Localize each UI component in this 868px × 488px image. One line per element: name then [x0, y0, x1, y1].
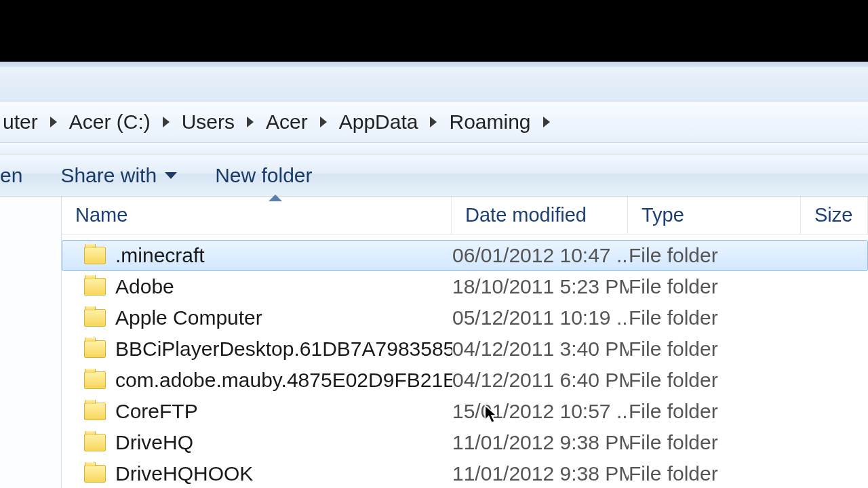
cell-type: File folder [629, 462, 802, 485]
cell-date-modified: 11/01/2012 9:38 PM [452, 462, 629, 485]
file-list-view[interactable]: Name Date modified Type Size .minecraft0… [62, 197, 868, 488]
column-header-name[interactable]: Name [62, 197, 452, 234]
folder-icon [84, 465, 106, 483]
cell-name: com.adobe.mauby.4875E02D9FB21EE389... [84, 369, 452, 392]
folder-icon [84, 278, 106, 296]
cell-date-modified: 04/12/2011 3:40 PM [452, 338, 629, 361]
folder-icon [84, 309, 106, 327]
sort-ascending-icon [269, 195, 282, 201]
breadcrumb-segment-partial[interactable]: uter [0, 110, 41, 134]
toolbar-label: en [0, 164, 22, 187]
file-name: BBCiPlayerDesktop.61DB7A798358575D6... [115, 338, 452, 361]
cell-type: File folder [629, 400, 802, 423]
cell-name: BBCiPlayerDesktop.61DB7A798358575D6... [84, 338, 452, 361]
file-name: .minecraft [115, 244, 205, 267]
cell-name: Apple Computer [84, 306, 452, 329]
address-bar-underline [0, 143, 868, 155]
cell-date-modified: 15/01/2012 10:57 ... [452, 400, 629, 423]
table-row[interactable]: Adobe18/10/2011 5:23 PMFile folder [62, 271, 868, 302]
breadcrumb-segment[interactable]: Users [179, 110, 237, 134]
table-row[interactable]: DriveHQ11/01/2012 9:38 PMFile folder [62, 427, 868, 458]
cell-date-modified: 05/12/2011 10:19 ... [452, 306, 629, 329]
breadcrumb-segment[interactable]: Acer (C:) [66, 110, 153, 134]
cell-date-modified: 06/01/2012 10:47 ... [452, 244, 629, 267]
toolbar: en Share with New folder [0, 155, 868, 197]
toolbar-label: Share with [60, 164, 157, 187]
chevron-right-icon[interactable] [543, 117, 550, 127]
column-headers: Name Date modified Type Size [62, 197, 868, 235]
chevron-right-icon[interactable] [320, 117, 327, 127]
file-name: com.adobe.mauby.4875E02D9FB21EE389... [115, 369, 452, 392]
table-row[interactable]: DriveHQHOOK11/01/2012 9:38 PMFile folder [62, 458, 868, 488]
address-bar[interactable]: uter Acer (C:) Users Acer AppData Roamin… [0, 101, 868, 143]
chevron-right-icon[interactable] [247, 117, 254, 127]
cell-name: DriveHQ [84, 431, 452, 454]
new-folder-button[interactable]: New folder [196, 164, 331, 187]
column-header-type[interactable]: Type [628, 197, 801, 234]
window-titlebar [0, 67, 868, 101]
toolbar-item-open-partial[interactable]: en [0, 164, 41, 187]
file-name: DriveHQ [115, 431, 193, 454]
toolbar-label: New folder [215, 164, 312, 187]
file-name: Apple Computer [115, 306, 262, 329]
breadcrumb-segment[interactable]: AppData [336, 110, 421, 134]
breadcrumb-segment[interactable]: Roaming [446, 110, 533, 134]
cell-name: CoreFTP [84, 400, 452, 423]
table-row[interactable]: .minecraft06/01/2012 10:47 ...File folde… [62, 240, 868, 271]
cell-name: .minecraft [84, 244, 452, 267]
cell-name: DriveHQHOOK [84, 462, 452, 485]
folder-icon [84, 371, 106, 389]
cell-type: File folder [629, 369, 802, 392]
chevron-down-icon [165, 172, 177, 179]
file-name: DriveHQHOOK [115, 462, 253, 485]
cell-date-modified: 11/01/2012 9:38 PM [452, 431, 629, 454]
cell-date-modified: 18/10/2011 5:23 PM [452, 275, 629, 298]
navigation-pane[interactable] [0, 197, 62, 488]
content-area: Name Date modified Type Size .minecraft0… [0, 197, 868, 488]
table-row[interactable]: com.adobe.mauby.4875E02D9FB21EE389...04/… [62, 365, 868, 396]
folder-icon [84, 434, 106, 451]
chevron-right-icon[interactable] [163, 117, 170, 127]
folder-icon [84, 340, 106, 358]
table-row[interactable]: CoreFTP15/01/2012 10:57 ...File folder [62, 396, 868, 427]
cell-type: File folder [629, 244, 802, 267]
chevron-right-icon[interactable] [430, 117, 437, 127]
folder-icon [84, 403, 106, 420]
cell-type: File folder [629, 431, 802, 454]
rows-container: .minecraft06/01/2012 10:47 ...File folde… [62, 235, 868, 488]
chevron-right-icon[interactable] [50, 117, 57, 127]
column-header-date-modified[interactable]: Date modified [452, 197, 628, 234]
table-row[interactable]: Apple Computer05/12/2011 10:19 ...File f… [62, 302, 868, 333]
breadcrumb[interactable]: uter Acer (C:) Users Acer AppData Roamin… [0, 110, 559, 134]
file-name: Adobe [115, 275, 174, 298]
cell-type: File folder [629, 275, 802, 298]
cell-date-modified: 04/12/2011 6:40 PM [452, 369, 629, 392]
letterbox-top [0, 0, 868, 61]
table-row[interactable]: BBCiPlayerDesktop.61DB7A798358575D6...04… [62, 333, 868, 365]
breadcrumb-segment[interactable]: Acer [263, 110, 311, 134]
share-with-button[interactable]: Share with [41, 164, 196, 187]
file-name: CoreFTP [115, 400, 198, 423]
cell-name: Adobe [84, 275, 452, 298]
cell-type: File folder [629, 306, 802, 329]
folder-icon [84, 247, 106, 264]
column-header-size[interactable]: Size [801, 197, 868, 234]
cell-type: File folder [629, 338, 802, 361]
window-chrome-gap [0, 61, 868, 67]
